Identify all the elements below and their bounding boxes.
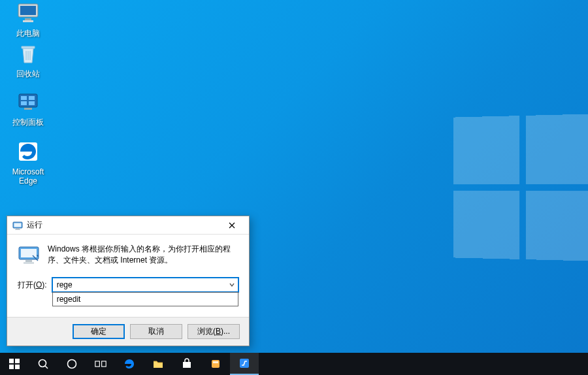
run-dialog-titlebar[interactable]: 运行	[7, 216, 249, 235]
desktop-icon-label: 回收站	[3, 69, 53, 78]
edge-icon	[15, 139, 41, 165]
desktop-icon-edge[interactable]: Microsoft Edge	[3, 139, 53, 186]
svg-rect-15	[25, 260, 32, 262]
svg-rect-6	[29, 96, 35, 100]
desktop-icon-this-pc[interactable]: 此电脑	[3, 0, 53, 38]
windows-start-icon	[8, 358, 20, 370]
cortana-icon	[66, 358, 78, 370]
run-dialog-description: Windows 将根据你所输入的名称，为你打开相应的程序、文件夹、文档或 Int…	[48, 244, 238, 266]
run-dialog-title: 运行	[27, 220, 219, 231]
app-icon	[238, 357, 250, 369]
svg-rect-25	[212, 360, 220, 368]
taskbar-store[interactable]	[172, 353, 201, 375]
run-dialog-footer: 确定 取消 浏览(B)...	[7, 317, 249, 346]
svg-rect-20	[15, 365, 20, 369]
autocomplete-item[interactable]: regedit	[53, 293, 238, 306]
folder-icon	[152, 358, 164, 370]
desktop-icon-label: 控制面板	[3, 118, 53, 127]
cortana-button[interactable]	[57, 353, 86, 375]
box-icon	[210, 358, 221, 370]
svg-rect-14	[21, 249, 37, 257]
task-view-button[interactable]	[86, 353, 115, 375]
cancel-button[interactable]: 取消	[130, 324, 182, 339]
task-view-icon	[95, 358, 106, 370]
svg-rect-3	[23, 20, 33, 22]
windows-logo-watermark	[453, 114, 588, 261]
dropdown-button[interactable]	[226, 278, 238, 291]
taskbar-file-explorer[interactable]	[144, 353, 172, 375]
open-input[interactable]	[52, 278, 238, 292]
svg-rect-5	[21, 96, 27, 100]
svg-rect-23	[95, 361, 100, 367]
svg-rect-26	[213, 361, 218, 363]
desktop-icon-control-panel[interactable]: 控制面板	[3, 89, 53, 127]
close-icon	[229, 222, 235, 229]
taskbar-soft-manager[interactable]	[201, 353, 230, 375]
ok-button[interactable]: 确定	[73, 324, 125, 339]
run-dialog-icon	[12, 220, 23, 231]
svg-rect-16	[24, 262, 34, 264]
taskbar-edge[interactable]	[115, 353, 144, 375]
search-button[interactable]	[29, 353, 57, 375]
chevron-down-icon	[229, 282, 235, 287]
svg-rect-9	[24, 108, 32, 110]
control-panel-icon	[15, 89, 41, 115]
desktop-icon-recycle-bin[interactable]: 回收站	[3, 41, 53, 78]
desktop-icon-label: Microsoft Edge	[3, 167, 53, 186]
desktop[interactable]: 此电脑 回收站 控制面板 Microsoft Edge 运行	[0, 0, 588, 375]
svg-rect-7	[21, 101, 27, 105]
svg-point-22	[68, 360, 76, 368]
svg-rect-8	[29, 101, 35, 105]
start-button[interactable]	[0, 353, 29, 375]
close-button[interactable]	[219, 217, 245, 234]
edge-icon	[123, 358, 135, 370]
taskbar-active-app[interactable]	[230, 353, 259, 375]
open-label: 打开(O):	[18, 280, 47, 291]
desktop-icon-label: 此电脑	[3, 29, 53, 38]
svg-rect-24	[102, 361, 106, 367]
recycle-bin-icon	[15, 41, 41, 67]
autocomplete-list: regedit	[52, 292, 238, 306]
svg-rect-1	[20, 6, 36, 15]
this-pc-icon	[15, 0, 41, 26]
store-icon	[181, 358, 193, 370]
svg-rect-12	[14, 223, 22, 227]
run-dialog: 运行 Windows 将根据你所输入的名称，为你打开相应的程序、文件夹、文档或 …	[7, 216, 250, 346]
svg-rect-17	[9, 359, 14, 363]
browse-button[interactable]: 浏览(B)...	[188, 324, 240, 339]
svg-rect-18	[15, 359, 20, 363]
search-icon	[37, 358, 49, 370]
svg-rect-2	[25, 18, 31, 20]
taskbar	[0, 353, 588, 375]
run-program-icon	[18, 244, 40, 266]
svg-point-21	[39, 360, 46, 367]
svg-rect-19	[9, 365, 14, 369]
